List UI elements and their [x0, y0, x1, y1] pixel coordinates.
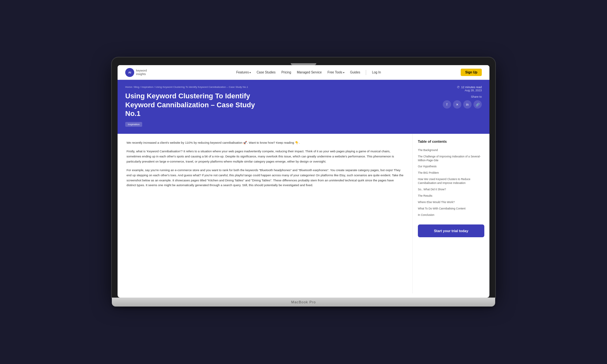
- nav-case-studies[interactable]: Case Studies: [257, 71, 275, 74]
- share-label: Share to: [443, 95, 482, 98]
- article-paragraph-1: We recently increased a client's website…: [127, 140, 403, 145]
- toc-item-hypothesis[interactable]: Our Hypothesis: [418, 163, 484, 170]
- share-facebook-button[interactable]: f: [443, 100, 451, 109]
- nav-pricing[interactable]: Pricing: [281, 71, 291, 74]
- toc-item-what-did-it-show[interactable]: So.. What Did It Show?: [418, 186, 484, 193]
- clock-icon: ⏱: [457, 86, 460, 89]
- article-paragraph-2: Firstly, what is 'Keyword Cannibalisatio…: [127, 149, 403, 164]
- laptop-screen: AI keyword insights Features Case Studie…: [118, 65, 489, 298]
- hero-right: ⏱ 12 minutes read Aug 28, 2023 Share to …: [431, 86, 482, 127]
- screen-bezel: AI keyword insights Features Case Studie…: [112, 57, 495, 298]
- screen-content: AI keyword insights Features Case Studie…: [118, 65, 489, 298]
- nav-links: Features Case Studies Pricing Managed Se…: [157, 70, 461, 75]
- share-icons: f ✕ in 🔗: [443, 100, 482, 109]
- article-title: Using Keyword Clustering To Identify Key…: [125, 92, 266, 118]
- hero-left: Home / Blog / Inspiration / Using Keywor…: [125, 86, 424, 127]
- toc-list: The Background The Challenge of Improvin…: [418, 147, 484, 218]
- nav-actions: Sign Up: [461, 69, 482, 76]
- nav-free-tools[interactable]: Free Tools: [327, 71, 344, 74]
- nav-signup-button[interactable]: Sign Up: [461, 69, 482, 76]
- laptop-base: MacBook Pro: [112, 298, 495, 307]
- nav-logo[interactable]: AI keyword insights: [125, 68, 147, 77]
- toc-item-conclusion[interactable]: In Conclusion: [418, 212, 484, 218]
- toc-item-cannibalising[interactable]: What To Do With Cannibalising Content: [418, 206, 484, 212]
- breadcrumb: Home / Blog / Inspiration / Using Keywor…: [125, 86, 424, 88]
- toc-item-big-problem[interactable]: The BIG Problem: [418, 170, 484, 176]
- publish-date: Aug 28, 2023: [457, 89, 482, 92]
- toc-item-background[interactable]: The Background: [418, 147, 484, 154]
- sidebar: Table of contents The Background The Cha…: [413, 134, 489, 293]
- start-trial-button[interactable]: Start your trial today: [418, 224, 484, 237]
- nav-guides[interactable]: Guides: [350, 71, 360, 74]
- share-section: Share to f ✕ in 🔗: [443, 95, 482, 109]
- toc-item-keyword-clusters[interactable]: How We Used Keyword Clusters to Reduce C…: [418, 176, 484, 186]
- hero-section: Home / Blog / Inspiration / Using Keywor…: [118, 80, 489, 134]
- share-twitter-button[interactable]: ✕: [453, 100, 461, 109]
- article-meta: ⏱ 12 minutes read Aug 28, 2023: [457, 86, 482, 92]
- nav-divider: [366, 70, 366, 75]
- navbar: AI keyword insights Features Case Studie…: [118, 65, 489, 80]
- toc-item-challenge[interactable]: The Challenge of Improving Indexation of…: [418, 154, 484, 164]
- toc-title: Table of contents: [418, 140, 484, 143]
- article-paragraph-3: For example, say you're running an e-com…: [127, 168, 403, 188]
- nav-managed-service[interactable]: Managed Service: [297, 71, 322, 74]
- article-body: We recently increased a client's website…: [118, 134, 413, 293]
- main-content: We recently increased a client's website…: [118, 134, 489, 293]
- nav-login[interactable]: Log In: [372, 71, 381, 74]
- share-copy-button[interactable]: 🔗: [473, 100, 482, 109]
- share-linkedin-button[interactable]: in: [463, 100, 472, 109]
- laptop-container: AI keyword insights Features Case Studie…: [112, 57, 495, 307]
- logo-text: keyword insights: [136, 69, 147, 76]
- nav-features[interactable]: Features: [236, 71, 251, 74]
- toc-item-where-else[interactable]: Where Else Would This Work?: [418, 199, 484, 206]
- toc-item-results[interactable]: The Results: [418, 193, 484, 199]
- article-tag[interactable]: Inspiration: [125, 122, 142, 127]
- logo-icon: AI: [125, 68, 134, 77]
- laptop-model-label: MacBook Pro: [291, 300, 316, 304]
- read-time: ⏱ 12 minutes read: [457, 86, 482, 89]
